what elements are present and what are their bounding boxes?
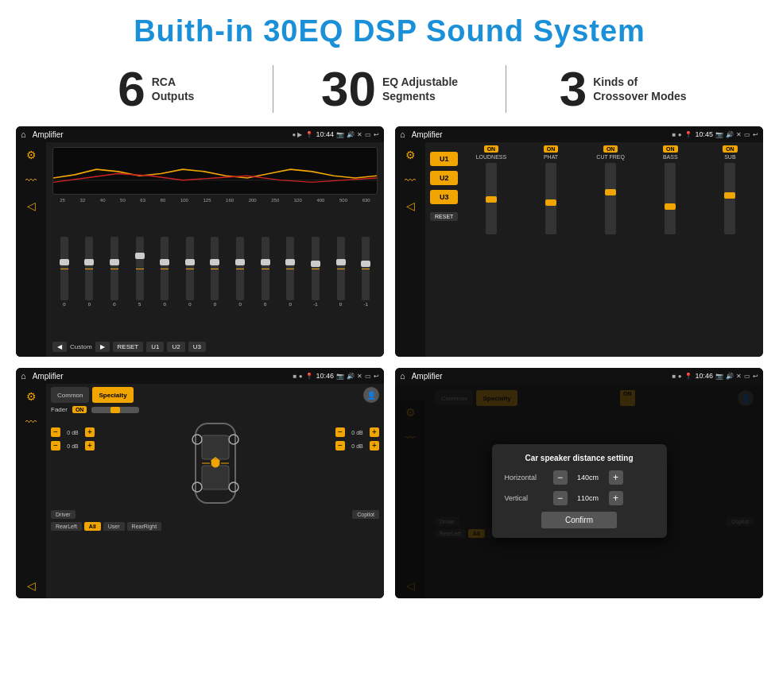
slider-7[interactable]: 0 — [211, 237, 219, 307]
slider-9[interactable]: 0 — [262, 237, 269, 307]
fader-main: Common Specialty 👤 Fader ON − 0 dB + — [46, 384, 384, 598]
on-badge-cutfreq: ON — [603, 145, 618, 153]
db-val-rr: 0 dB — [347, 443, 367, 449]
next-preset-button[interactable]: ▶ — [95, 342, 110, 352]
svg-point-4 — [192, 435, 202, 444]
camera-icon-4: 📷 — [715, 373, 723, 380]
home-icon-3[interactable]: ⌂ — [21, 371, 26, 381]
db-plus-fr[interactable]: + — [370, 427, 379, 437]
eq-icon[interactable]: ⚙ — [26, 149, 37, 161]
slider-8[interactable]: 0 — [236, 237, 244, 307]
volume-icon-1: 🔊 — [347, 131, 355, 138]
db-minus-fr[interactable]: − — [335, 427, 345, 437]
ctrl-slider-bass[interactable] — [665, 163, 676, 234]
volume-down-icon[interactable]: ◁ — [27, 199, 36, 212]
window-icon-2: ▭ — [744, 131, 750, 138]
tab-common-3[interactable]: Common — [51, 387, 89, 403]
ctrl-slider-phat[interactable] — [545, 163, 556, 234]
time-4: 10:46 — [695, 372, 713, 380]
copilot-btn[interactable]: Copilot — [352, 510, 379, 519]
db-plus-rr[interactable]: + — [370, 441, 379, 451]
slider-2[interactable]: 0 — [85, 237, 93, 307]
screen3-body: ⚙ 〰 ◁ Common Specialty 👤 Fader ON — [16, 384, 384, 598]
eq-controls: ◀ Custom ▶ RESET U1 U2 U3 — [52, 342, 378, 352]
home-icon-1[interactable]: ⌂ — [21, 130, 26, 139]
reset-button-1[interactable]: RESET — [113, 342, 144, 352]
horizontal-plus-btn[interactable]: + — [609, 470, 623, 485]
rearright-btn[interactable]: RearRight — [127, 522, 162, 531]
stat-label-rca: RCAOutputs — [152, 75, 195, 103]
horizontal-label: Horizontal — [505, 474, 548, 481]
slider-11[interactable]: -1 — [312, 237, 320, 307]
vertical-plus-btn[interactable]: + — [609, 491, 623, 505]
camera-icon-2: 📷 — [715, 131, 723, 138]
all-btn[interactable]: All — [84, 522, 101, 531]
ctrl-slider-loudness[interactable] — [486, 163, 497, 234]
slider-5[interactable]: 0 — [161, 237, 169, 307]
prev-preset-button[interactable]: ◀ — [52, 342, 67, 352]
tab-specialty-3[interactable]: Specialty — [92, 387, 133, 403]
db-minus-rr[interactable]: − — [335, 441, 345, 451]
volume-down-icon-3[interactable]: ◁ — [27, 579, 36, 592]
screen4-body: ⚙ 〰 ◁ Common Specialty ON 👤 Driver Copil… — [395, 384, 763, 598]
back-icon-3[interactable]: ↩ — [374, 373, 379, 380]
eq-icon-2[interactable]: ⚙ — [405, 149, 416, 161]
driver-btn[interactable]: Driver — [51, 510, 76, 519]
db-minus-rl[interactable]: − — [51, 441, 60, 451]
wave-icon-3[interactable]: 〰 — [25, 416, 37, 428]
slider-4[interactable]: 5 — [136, 237, 144, 307]
ctrl-label-cutfreq: CUT FREQ — [596, 154, 625, 160]
back-icon-4[interactable]: ↩ — [753, 373, 758, 380]
u2-button-1[interactable]: U2 — [167, 342, 184, 352]
db-minus-fl[interactable]: − — [51, 427, 60, 437]
u1-btn[interactable]: U1 — [430, 152, 458, 166]
slider-6[interactable]: 0 — [186, 237, 194, 307]
close-icon-2: ✕ — [736, 131, 742, 138]
location-icon-3: 📍 — [305, 373, 313, 380]
ctrl-bass: ON BASS — [642, 145, 699, 354]
user-btn[interactable]: User — [103, 522, 125, 531]
u1-button-1[interactable]: U1 — [146, 342, 164, 352]
back-icon-2[interactable]: ↩ — [753, 131, 758, 138]
stat-number-30: 30 — [321, 64, 376, 114]
confirm-button[interactable]: Confirm — [541, 512, 617, 528]
home-icon-2[interactable]: ⌂ — [400, 130, 405, 139]
home-icon-4[interactable]: ⌂ — [400, 371, 405, 381]
rearleft-btn[interactable]: RearLeft — [51, 522, 82, 531]
db-val-fr: 0 dB — [347, 430, 367, 435]
u2-btn[interactable]: U2 — [430, 171, 458, 185]
u3-btn[interactable]: U3 — [430, 190, 458, 204]
stat-rca: 6 RCAOutputs — [48, 64, 265, 114]
back-icon-1[interactable]: ↩ — [374, 131, 379, 138]
volume-down-icon-2[interactable]: ◁ — [406, 199, 415, 212]
reset-btn-2[interactable]: RESET — [430, 212, 458, 221]
on-badge-sub: ON — [723, 145, 738, 153]
eq-icon-3[interactable]: ⚙ — [26, 390, 37, 403]
slider-10[interactable]: 0 — [286, 237, 294, 307]
db-plus-rl[interactable]: + — [85, 441, 95, 451]
u3-button-1[interactable]: U3 — [188, 342, 206, 352]
wave-icon-2[interactable]: 〰 — [405, 174, 416, 187]
ctrl-phat: ON PHAT — [522, 145, 579, 354]
slider-13[interactable]: -1 — [362, 237, 370, 307]
profile-icon-3[interactable]: 👤 — [363, 387, 379, 403]
slider-1[interactable]: 0 — [60, 237, 68, 307]
db-controls-right: − 0 dB + − 0 dB + — [335, 420, 379, 451]
wave-icon[interactable]: 〰 — [25, 174, 37, 187]
bottom-btns-3: Driver Copilot — [51, 510, 379, 519]
ctrl-slider-sub[interactable] — [724, 163, 735, 234]
ctrl-slider-cutfreq[interactable] — [605, 163, 616, 234]
crossover-main: U1 U2 U3 RESET ON LOUDNESS ON PHAT — [425, 142, 763, 357]
page-title: Buith-in 30EQ DSP Sound System — [0, 0, 779, 56]
time-1: 10:44 — [316, 130, 334, 138]
db-row-fl: − 0 dB + — [51, 427, 95, 437]
vertical-minus-btn[interactable]: − — [553, 491, 568, 505]
slider-3[interactable]: 0 — [110, 237, 118, 307]
fader-slider[interactable] — [91, 407, 139, 413]
slider-12[interactable]: 0 — [337, 237, 345, 307]
horizontal-minus-btn[interactable]: − — [553, 470, 568, 485]
vertical-value: 110cm — [572, 494, 604, 502]
dialog-overlay: Car speaker distance setting Horizontal … — [395, 384, 763, 598]
db-plus-fl[interactable]: + — [85, 427, 95, 437]
screen-eq: ⌂ Amplifier ● ▶ 📍 10:44 📷 🔊 ✕ ▭ ↩ ⚙ 〰 ◁ — [16, 126, 384, 357]
